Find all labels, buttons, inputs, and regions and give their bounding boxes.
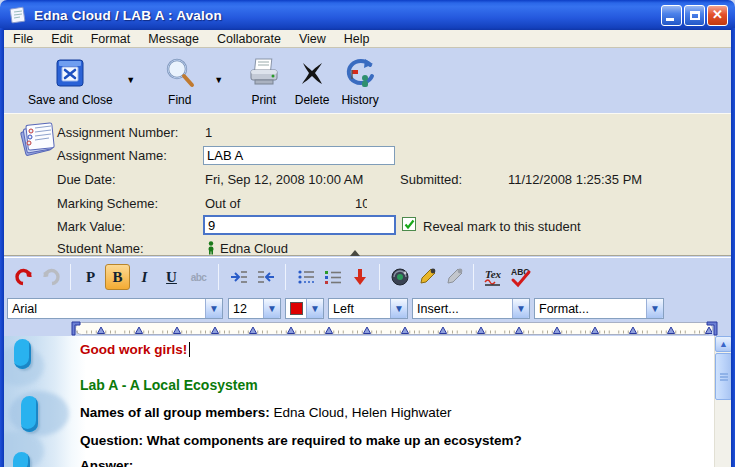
doc-members-value: Edna Cloud, Helen Highwater [274, 405, 452, 420]
insert-rule-button[interactable] [347, 264, 372, 290]
save-and-close-button[interactable]: Save and Close [28, 55, 113, 107]
undo-icon [14, 267, 34, 287]
scroll-up-icon: ▲ [719, 339, 728, 349]
underline-button[interactable]: U [159, 264, 184, 290]
student-name-value[interactable]: Edna Cloud [220, 241, 288, 256]
find-options-dropdown-arrow[interactable]: ▼ [213, 75, 225, 85]
chevron-down-icon: ▼ [205, 299, 222, 318]
print-label: Print [251, 93, 276, 107]
right-margin-marker-icon[interactable] [706, 321, 719, 336]
message-document-icon [8, 6, 28, 24]
apply-color-button[interactable] [441, 264, 466, 290]
numbered-list-button[interactable] [320, 264, 345, 290]
assignment-number-label: Assignment Number: [57, 125, 178, 140]
doc-question: Question: What components are required t… [80, 433, 522, 448]
window-border-left [0, 28, 4, 467]
insert-value: Insert... [413, 302, 512, 316]
assignment-number-value: 1 [205, 125, 212, 140]
menu-bar: File Edit Format Message Collaborate Vie… [4, 30, 731, 48]
menu-view[interactable]: View [290, 32, 335, 46]
vertical-scrollbar[interactable]: ▲ [714, 336, 731, 467]
insert-select[interactable]: Insert... ▼ [412, 298, 530, 319]
minimize-icon [666, 18, 674, 21]
assignment-papers-icon [17, 119, 59, 161]
signature-icon: Tex [482, 266, 506, 288]
link-button[interactable] [387, 264, 412, 290]
italic-button[interactable]: I [132, 264, 157, 290]
redo-button[interactable] [38, 264, 63, 290]
student-name-label: Student Name: [57, 241, 144, 256]
doc-greeting: Good work girls! [80, 342, 190, 357]
collapse-pane-handle[interactable] [350, 250, 360, 256]
due-date-label: Due Date: [57, 172, 116, 187]
left-margin-marker-icon[interactable] [70, 321, 82, 336]
checkmark-icon [404, 219, 415, 230]
history-icon [343, 57, 377, 89]
menu-message[interactable]: Message [139, 32, 208, 46]
scroll-thumb[interactable] [715, 353, 731, 400]
svg-text:Tex: Tex [485, 268, 502, 280]
find-label: Find [168, 93, 191, 107]
text-color-select[interactable]: ▼ [285, 298, 324, 319]
align-select[interactable]: Left ▼ [328, 298, 408, 319]
maximize-button[interactable] [684, 5, 705, 26]
document-body[interactable]: Good work girls! Lab A - A Local Ecosyst… [4, 336, 731, 467]
menu-collaborate[interactable]: Collaborate [208, 32, 290, 46]
menu-file[interactable]: File [4, 32, 42, 46]
due-date-value: Fri, Sep 12, 2008 10:00 AM [205, 172, 363, 187]
scroll-up-button[interactable]: ▲ [715, 336, 731, 352]
font-family-select[interactable]: Arial ▼ [7, 298, 223, 319]
close-button[interactable]: ✕ [707, 5, 728, 26]
menu-format[interactable]: Format [82, 32, 140, 46]
history-button[interactable]: History [341, 55, 378, 107]
print-icon [247, 57, 281, 89]
save-and-close-icon [54, 58, 86, 88]
save-options-dropdown-arrow[interactable]: ▼ [125, 75, 137, 85]
reveal-mark-checkbox[interactable] [402, 217, 416, 231]
bulleted-list-button[interactable] [293, 264, 318, 290]
format-toolbar: P B I U abc [4, 257, 731, 296]
font-size-value: 12 [229, 302, 263, 316]
assignment-form: Assignment Number: 1 Assignment Name: Du… [4, 113, 731, 256]
format-select[interactable]: Format... ▼ [534, 298, 664, 319]
toolbar-separator [70, 264, 71, 290]
thumb-grip [720, 373, 728, 375]
signature-button[interactable]: Tex [481, 264, 506, 290]
eyedropper-disabled-icon [444, 267, 464, 287]
fixed-width-button[interactable]: abc [186, 264, 211, 290]
font-size-select[interactable]: 12 ▼ [228, 298, 281, 319]
menu-edit[interactable]: Edit [42, 32, 82, 46]
outdent-button[interactable] [253, 264, 278, 290]
link-globe-icon [390, 267, 410, 287]
ruler[interactable] [75, 322, 713, 335]
plain-style-button[interactable]: P [78, 264, 103, 290]
stationery-capsule [21, 396, 38, 432]
undo-button[interactable] [11, 264, 36, 290]
close-icon: ✕ [708, 7, 727, 22]
mark-value-label: Mark Value: [57, 219, 125, 234]
main-toolbar: Save and Close ▼ Find ▼ [4, 49, 731, 113]
bold-button[interactable]: B [105, 264, 130, 290]
spell-check-button[interactable]: ABC [508, 264, 533, 290]
get-color-button[interactable] [414, 264, 439, 290]
assignment-name-input[interactable] [203, 146, 395, 165]
marking-scheme-value: Out of [205, 196, 240, 211]
doc-heading: Lab A - A Local Ecosystem [80, 377, 258, 393]
minimize-button[interactable] [661, 5, 682, 26]
mark-value-input[interactable] [203, 215, 396, 235]
delete-button[interactable]: Delete [295, 55, 330, 107]
spell-check-icon: ABC [509, 266, 533, 288]
format-value: Format... [535, 302, 646, 316]
marking-scheme-out-of: 10 [355, 196, 367, 211]
find-button[interactable]: Find [163, 55, 197, 107]
print-button[interactable]: Print [247, 55, 281, 107]
window-title: Edna Cloud / LAB A : Avalon [34, 8, 222, 23]
maximize-icon [690, 11, 700, 20]
format-combo-bar: Arial ▼ 12 ▼ ▼ Left ▼ Insert... ▼ Format… [4, 296, 731, 321]
menu-help[interactable]: Help [335, 32, 379, 46]
doc-members-line: Names of all group members: Edna Cloud, … [80, 405, 451, 420]
indent-button[interactable] [226, 264, 251, 290]
chevron-down-icon: ▼ [390, 299, 407, 318]
indent-icon [229, 268, 249, 286]
red-down-arrow-icon [352, 267, 368, 287]
